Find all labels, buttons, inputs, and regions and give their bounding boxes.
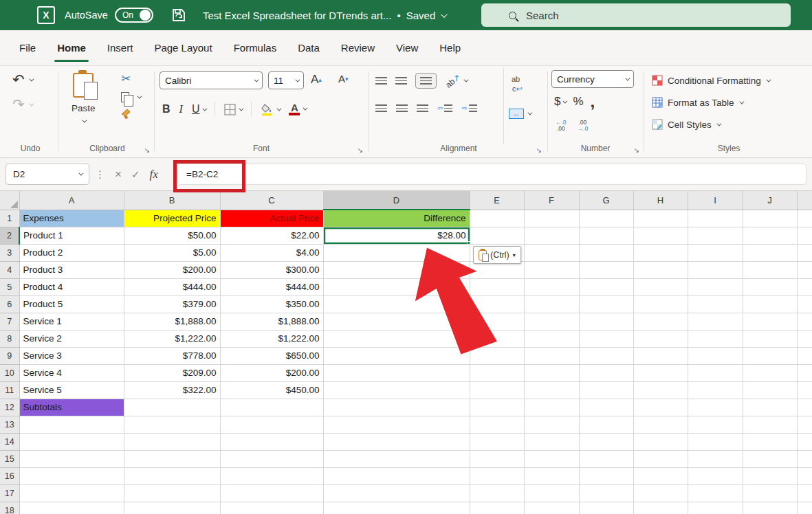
- font-color-dropdown-icon[interactable]: [303, 106, 308, 111]
- column-header-E[interactable]: E: [470, 191, 524, 210]
- cell-J[interactable]: [743, 210, 797, 227]
- cell-partial18[interactable]: [797, 502, 812, 514]
- cell-D[interactable]: [323, 416, 470, 433]
- cell-A[interactable]: [19, 433, 124, 450]
- cell-G[interactable]: [579, 347, 633, 364]
- cell-G[interactable]: [579, 467, 633, 484]
- column-header-G[interactable]: G: [579, 191, 633, 210]
- fill-color-icon[interactable]: [261, 103, 274, 116]
- cell-B[interactable]: $379.00: [124, 295, 220, 313]
- cell-B[interactable]: $209.00: [124, 364, 220, 381]
- cell-A[interactable]: Service 3: [19, 347, 124, 364]
- cell-C[interactable]: $444.00: [220, 278, 323, 295]
- cell-J[interactable]: [743, 450, 797, 467]
- cell-C[interactable]: $1,888.00: [220, 313, 323, 330]
- cell-G[interactable]: [579, 210, 633, 227]
- cell-A[interactable]: Product 3: [19, 261, 124, 278]
- middle-align-icon[interactable]: [395, 77, 407, 85]
- cell-partial10[interactable]: [797, 364, 812, 381]
- cell-F[interactable]: [524, 450, 579, 467]
- decrease-indent-button[interactable]: ⇦: [437, 104, 452, 112]
- cell-H[interactable]: [633, 347, 688, 364]
- cell-E[interactable]: [470, 295, 524, 313]
- cell-G[interactable]: [579, 416, 633, 433]
- cell-B[interactable]: $200.00: [124, 261, 220, 278]
- cell-D[interactable]: [323, 261, 470, 278]
- cell-E[interactable]: [470, 364, 524, 381]
- cell-E[interactable]: [470, 313, 524, 330]
- percent-style-button[interactable]: %: [573, 95, 583, 109]
- cell-A[interactable]: Service 4: [19, 364, 124, 381]
- cell-partial15[interactable]: [797, 450, 812, 467]
- cell-F[interactable]: [524, 313, 579, 330]
- cell-I[interactable]: [688, 261, 743, 278]
- cell-B[interactable]: $322.00: [124, 381, 220, 399]
- cell-G[interactable]: [579, 433, 633, 450]
- cell-D[interactable]: [323, 433, 470, 450]
- cell-partial17[interactable]: [797, 484, 812, 502]
- borders-icon[interactable]: [224, 104, 236, 115]
- column-header-partial[interactable]: [797, 191, 812, 210]
- cell-E[interactable]: [470, 330, 524, 347]
- ribbon-tab-review[interactable]: Review: [340, 38, 376, 58]
- cell-partial7[interactable]: [797, 313, 812, 330]
- column-header-H[interactable]: H: [633, 191, 688, 210]
- cell-A[interactable]: Service 5: [19, 381, 124, 399]
- column-header-A[interactable]: A: [19, 191, 124, 210]
- fill-handle[interactable]: [467, 241, 470, 245]
- cell-B[interactable]: [124, 399, 220, 416]
- cell-A[interactable]: Product 1: [19, 227, 124, 244]
- wrap-text-button[interactable]: abc↩: [512, 74, 523, 93]
- font-name-combo[interactable]: Calibri: [160, 71, 263, 89]
- cell-D[interactable]: Difference: [323, 210, 470, 227]
- cell-J[interactable]: [743, 244, 797, 261]
- cell-A[interactable]: Product 2: [19, 244, 124, 261]
- cell-H[interactable]: [633, 502, 688, 514]
- cell-E[interactable]: [470, 484, 524, 502]
- decrease-font-button[interactable]: A▾: [338, 73, 349, 85]
- cell-G[interactable]: [579, 364, 633, 381]
- borders-dropdown-icon[interactable]: [239, 106, 244, 111]
- row-header-4[interactable]: 4: [0, 261, 19, 278]
- cell-J[interactable]: [743, 330, 797, 347]
- excel-logo-icon[interactable]: X: [37, 6, 55, 24]
- cell-D[interactable]: [323, 313, 470, 330]
- cell-H[interactable]: [633, 227, 688, 244]
- orientation-button[interactable]: ab↗: [445, 76, 467, 86]
- cell-G[interactable]: [579, 330, 633, 347]
- ribbon-tab-home[interactable]: Home: [56, 38, 87, 58]
- cell-I[interactable]: [688, 433, 743, 450]
- cell-H[interactable]: [633, 244, 688, 261]
- cell-B[interactable]: $1,222.00: [124, 330, 220, 347]
- cell-A[interactable]: Product 4: [19, 278, 124, 295]
- cell-J[interactable]: [743, 295, 797, 313]
- cell-C[interactable]: [220, 450, 323, 467]
- cell-G[interactable]: [579, 261, 633, 278]
- cell-I[interactable]: [688, 416, 743, 433]
- bottom-align-button[interactable]: [415, 73, 437, 89]
- row-header-3[interactable]: 3: [0, 244, 19, 261]
- decrease-decimal-button[interactable]: .00→.0: [578, 120, 589, 132]
- column-header-I[interactable]: I: [688, 191, 743, 210]
- cell-I[interactable]: [688, 484, 743, 502]
- cell-partial1[interactable]: [797, 210, 812, 227]
- cut-icon[interactable]: ✂: [121, 71, 131, 86]
- ribbon-tab-data[interactable]: Data: [296, 38, 321, 58]
- format-painter-icon[interactable]: [121, 109, 133, 119]
- cell-H[interactable]: [633, 450, 688, 467]
- cell-F[interactable]: [524, 244, 579, 261]
- cell-D[interactable]: [323, 450, 470, 467]
- increase-decimal-button[interactable]: ←.0.00: [556, 120, 567, 132]
- row-header-5[interactable]: 5: [0, 278, 19, 295]
- cell-C[interactable]: $350.00: [220, 295, 323, 313]
- cell-F[interactable]: [524, 467, 579, 484]
- font-dialog-launcher-icon[interactable]: ↘: [358, 146, 363, 154]
- font-size-combo[interactable]: 11: [268, 71, 304, 89]
- cell-D[interactable]: [323, 347, 470, 364]
- cell-E[interactable]: [470, 416, 524, 433]
- cancel-icon[interactable]: ×: [115, 168, 122, 181]
- cell-C[interactable]: $22.00: [220, 227, 323, 244]
- cell-F[interactable]: [524, 227, 579, 244]
- cell-J[interactable]: [743, 313, 797, 330]
- cell-E[interactable]: [470, 210, 524, 227]
